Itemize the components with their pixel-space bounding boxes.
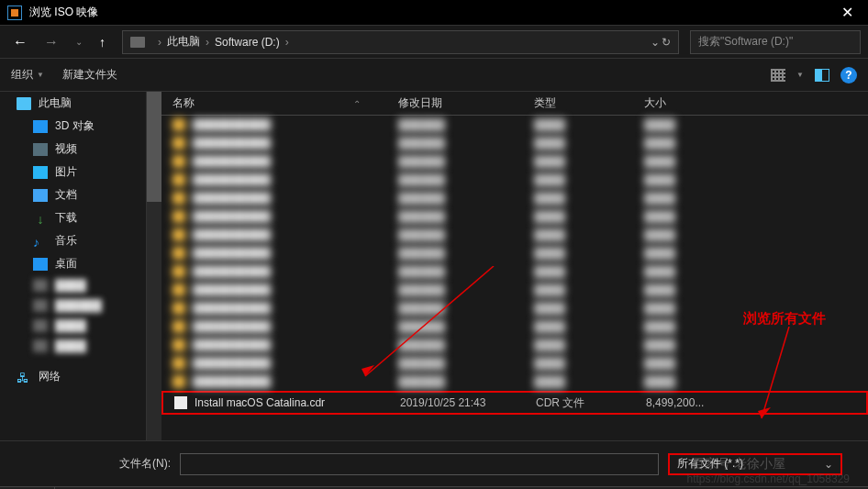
file-list-area: 名称⌃ 修改日期 类型 大小 █████████████████████████… bbox=[147, 92, 868, 440]
file-row-blurred[interactable]: ████████████████████████ bbox=[161, 171, 868, 189]
scrollbar[interactable] bbox=[147, 92, 161, 440]
video-icon bbox=[33, 143, 48, 156]
search-input[interactable]: 搜索"Software (D:)" bbox=[690, 30, 861, 54]
new-folder-label: 新建文件夹 bbox=[62, 67, 117, 83]
sidebar-item-documents[interactable]: 文档 bbox=[0, 183, 146, 206]
file-row-blurred[interactable]: ████████████████████████ bbox=[161, 207, 868, 226]
sidebar-item-downloads[interactable]: ↓ 下载 bbox=[0, 206, 146, 229]
file-row-blurred[interactable]: ████████████████████████ bbox=[161, 116, 868, 134]
downloads-icon: ↓ bbox=[33, 212, 48, 225]
new-folder-button[interactable]: 新建文件夹 bbox=[62, 67, 117, 83]
sort-indicator-icon: ⌃ bbox=[353, 99, 361, 109]
file-row-blurred[interactable]: ████████████████████████ bbox=[161, 244, 868, 262]
app-icon bbox=[7, 6, 22, 20]
file-row-blurred[interactable]: ████████████████████████ bbox=[161, 152, 868, 171]
scrollbar-thumb[interactable] bbox=[147, 92, 161, 202]
filename-label: 文件名(N): bbox=[119, 456, 171, 472]
toolbar: 组织 ▼ 新建文件夹 ▼ ? bbox=[0, 59, 868, 92]
sidebar-item-pc[interactable]: 此电脑 bbox=[0, 92, 146, 115]
watermark: 百家号 老徐小屋 bbox=[692, 456, 785, 472]
breadcrumb-root[interactable]: 此电脑 bbox=[167, 34, 200, 50]
breadcrumb-path[interactable]: Software (D:) bbox=[215, 36, 280, 49]
chevron-right-icon: › bbox=[158, 36, 161, 49]
column-type[interactable]: 类型 bbox=[534, 95, 644, 111]
column-headers: 名称⌃ 修改日期 类型 大小 bbox=[161, 92, 868, 116]
sidebar-item-network[interactable]: 🖧 网络 bbox=[0, 365, 146, 388]
help-icon[interactable]: ? bbox=[840, 67, 857, 83]
pc-icon bbox=[17, 97, 31, 110]
file-row-blurred[interactable]: ████████████████████████ bbox=[161, 262, 868, 281]
sidebar-label: 图片 bbox=[55, 164, 77, 180]
nav-bar: ← → ⌄ ↑ › 此电脑 › Software (D:) › ⌄ ↻ 搜索"S… bbox=[0, 26, 868, 59]
sidebar-item-video[interactable]: 视频 bbox=[0, 138, 146, 161]
column-name[interactable]: 名称⌃ bbox=[161, 95, 398, 111]
desktop-icon bbox=[33, 258, 48, 271]
sidebar-item-blurred[interactable]: ████ bbox=[0, 275, 146, 295]
file-row-blurred[interactable]: ████████████████████████ bbox=[161, 226, 868, 244]
refresh-icon[interactable]: ↻ bbox=[662, 36, 671, 49]
sidebar-item-pictures[interactable]: 图片 bbox=[0, 161, 146, 183]
file-row-highlighted[interactable]: Install macOS Catalina.cdr 2019/10/25 21… bbox=[161, 391, 868, 415]
file-row-blurred[interactable]: ████████████████████████ bbox=[161, 336, 868, 354]
chevron-right-icon: › bbox=[285, 36, 289, 49]
pictures-icon bbox=[33, 166, 48, 179]
file-size: 8,499,200... bbox=[646, 396, 756, 409]
file-type: CDR 文件 bbox=[536, 395, 646, 411]
file-row-blurred[interactable]: ████████████████████████ bbox=[161, 354, 868, 372]
file-row-blurred[interactable]: ████████████████████████ bbox=[161, 372, 868, 391]
sidebar-label: 音乐 bbox=[55, 233, 77, 249]
sidebar-label: 桌面 bbox=[55, 256, 77, 272]
sidebar-label: 此电脑 bbox=[39, 95, 72, 111]
address-bar[interactable]: › 此电脑 › Software (D:) › ⌄ ↻ bbox=[122, 30, 679, 54]
3d-icon bbox=[33, 120, 48, 133]
organize-label: 组织 bbox=[11, 67, 33, 83]
sidebar-label: 网络 bbox=[39, 369, 61, 384]
sidebar-label: 3D 对象 bbox=[55, 118, 95, 134]
window-title: 浏览 ISO 映像 bbox=[29, 5, 834, 20]
sidebar-label: 文档 bbox=[55, 187, 77, 203]
file-row-blurred[interactable]: ████████████████████████ bbox=[161, 134, 868, 152]
network-icon: 🖧 bbox=[17, 371, 31, 383]
organize-button[interactable]: 组织 ▼ bbox=[11, 67, 44, 83]
sidebar-label: 视频 bbox=[55, 141, 77, 157]
filename-input[interactable] bbox=[180, 453, 659, 475]
file-row-blurred[interactable]: ████████████████████████ bbox=[161, 281, 868, 299]
close-button[interactable]: ✕ bbox=[834, 4, 861, 21]
sidebar-item-blurred[interactable]: ████ bbox=[0, 336, 146, 356]
main-area: 此电脑 3D 对象 视频 图片 文档 ↓ 下载 ♪ 音乐 桌面 bbox=[0, 92, 868, 440]
annotation-label: 浏览所有文件 bbox=[743, 310, 826, 328]
sidebar-item-blurred[interactable]: ████ bbox=[0, 316, 146, 336]
chevron-right-icon: › bbox=[206, 36, 209, 49]
file-row-blurred[interactable]: ████████████████████████ bbox=[161, 189, 868, 207]
chevron-down-icon[interactable]: ▼ bbox=[796, 71, 804, 79]
chevron-down-icon: ⌄ bbox=[824, 458, 833, 471]
sidebar-label: 下载 bbox=[55, 210, 77, 226]
preview-pane-icon[interactable] bbox=[815, 69, 829, 82]
music-icon: ♪ bbox=[33, 235, 48, 248]
forward-button[interactable]: → bbox=[39, 30, 64, 54]
title-bar: 浏览 ISO 映像 ✕ bbox=[0, 0, 868, 26]
chevron-down-icon[interactable]: ⌄ bbox=[651, 36, 660, 49]
view-options-icon[interactable] bbox=[771, 69, 785, 82]
file-name: Install macOS Catalina.cdr bbox=[195, 396, 400, 409]
drive-icon bbox=[130, 37, 145, 48]
file-date: 2019/10/25 21:43 bbox=[400, 396, 536, 409]
back-button[interactable]: ← bbox=[7, 30, 33, 54]
up-button[interactable]: ↑ bbox=[94, 31, 111, 53]
sidebar-item-music[interactable]: ♪ 音乐 bbox=[0, 229, 146, 252]
search-placeholder: 搜索"Software (D:)" bbox=[698, 34, 793, 50]
file-icon bbox=[174, 396, 187, 409]
sidebar-item-3d[interactable]: 3D 对象 bbox=[0, 115, 146, 138]
sidebar: 此电脑 3D 对象 视频 图片 文档 ↓ 下载 ♪ 音乐 桌面 bbox=[0, 92, 147, 440]
watermark-url: https://blog.csdn.net/qq_1058329 bbox=[687, 472, 850, 485]
sidebar-item-blurred[interactable]: ██████ bbox=[0, 295, 146, 316]
sidebar-item-desktop[interactable]: 桌面 bbox=[0, 252, 146, 275]
documents-icon bbox=[33, 189, 48, 202]
chevron-down-icon: ▼ bbox=[37, 71, 44, 79]
column-date[interactable]: 修改日期 bbox=[398, 95, 534, 111]
column-size[interactable]: 大小 bbox=[644, 95, 754, 111]
recent-dropdown[interactable]: ⌄ bbox=[70, 33, 88, 50]
